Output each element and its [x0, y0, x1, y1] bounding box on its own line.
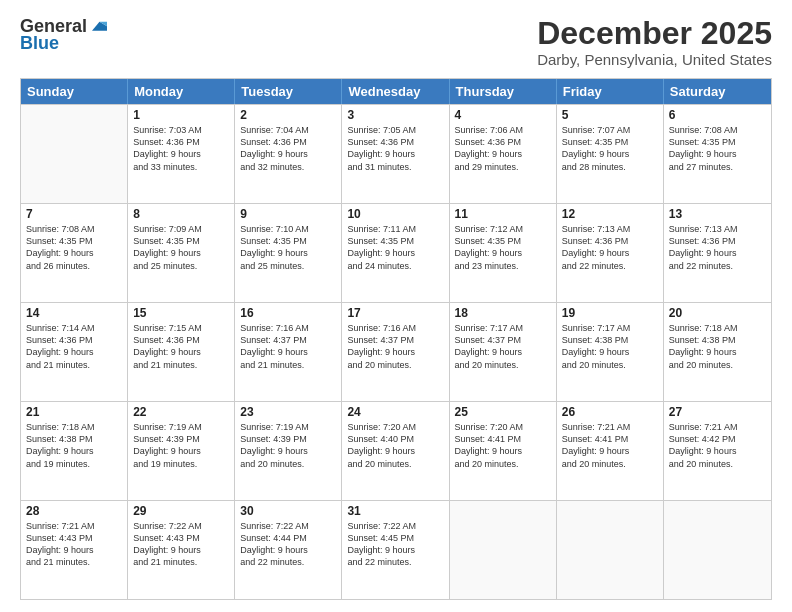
calendar-cell-0-5: 5Sunrise: 7:07 AMSunset: 4:35 PMDaylight…: [557, 105, 664, 203]
sunrise-text: Sunrise: 7:18 AM: [669, 322, 766, 334]
daylight-text: Daylight: 9 hours: [26, 544, 122, 556]
daylight-text2: and 31 minutes.: [347, 161, 443, 173]
calendar-cell-4-0: 28Sunrise: 7:21 AMSunset: 4:43 PMDayligh…: [21, 501, 128, 599]
daylight-text2: and 20 minutes.: [240, 458, 336, 470]
sunset-text: Sunset: 4:42 PM: [669, 433, 766, 445]
daylight-text: Daylight: 9 hours: [562, 346, 658, 358]
day-number: 11: [455, 207, 551, 221]
calendar-row-1: 7Sunrise: 7:08 AMSunset: 4:35 PMDaylight…: [21, 203, 771, 302]
sunrise-text: Sunrise: 7:04 AM: [240, 124, 336, 136]
sunset-text: Sunset: 4:37 PM: [240, 334, 336, 346]
header-sunday: Sunday: [21, 79, 128, 104]
daylight-text: Daylight: 9 hours: [133, 346, 229, 358]
daylight-text2: and 20 minutes.: [562, 458, 658, 470]
sunrise-text: Sunrise: 7:05 AM: [347, 124, 443, 136]
sunrise-text: Sunrise: 7:15 AM: [133, 322, 229, 334]
daylight-text2: and 21 minutes.: [26, 556, 122, 568]
daylight-text: Daylight: 9 hours: [240, 247, 336, 259]
daylight-text2: and 20 minutes.: [347, 458, 443, 470]
sunset-text: Sunset: 4:43 PM: [133, 532, 229, 544]
sunrise-text: Sunrise: 7:08 AM: [669, 124, 766, 136]
daylight-text2: and 33 minutes.: [133, 161, 229, 173]
daylight-text2: and 25 minutes.: [133, 260, 229, 272]
day-number: 3: [347, 108, 443, 122]
calendar-cell-2-5: 19Sunrise: 7:17 AMSunset: 4:38 PMDayligh…: [557, 303, 664, 401]
day-number: 23: [240, 405, 336, 419]
daylight-text: Daylight: 9 hours: [562, 445, 658, 457]
sunset-text: Sunset: 4:38 PM: [669, 334, 766, 346]
sunrise-text: Sunrise: 7:19 AM: [133, 421, 229, 433]
header-right: December 2025 Darby, Pennsylvania, Unite…: [537, 16, 772, 68]
sunset-text: Sunset: 4:41 PM: [455, 433, 551, 445]
day-number: 6: [669, 108, 766, 122]
sunset-text: Sunset: 4:39 PM: [240, 433, 336, 445]
daylight-text2: and 20 minutes.: [347, 359, 443, 371]
daylight-text: Daylight: 9 hours: [133, 544, 229, 556]
day-number: 18: [455, 306, 551, 320]
sunset-text: Sunset: 4:39 PM: [133, 433, 229, 445]
calendar-cell-1-4: 11Sunrise: 7:12 AMSunset: 4:35 PMDayligh…: [450, 204, 557, 302]
daylight-text2: and 21 minutes.: [133, 556, 229, 568]
calendar-cell-2-0: 14Sunrise: 7:14 AMSunset: 4:36 PMDayligh…: [21, 303, 128, 401]
day-number: 19: [562, 306, 658, 320]
calendar-cell-0-1: 1Sunrise: 7:03 AMSunset: 4:36 PMDaylight…: [128, 105, 235, 203]
day-number: 22: [133, 405, 229, 419]
daylight-text: Daylight: 9 hours: [347, 346, 443, 358]
day-number: 28: [26, 504, 122, 518]
daylight-text2: and 21 minutes.: [133, 359, 229, 371]
sunrise-text: Sunrise: 7:11 AM: [347, 223, 443, 235]
daylight-text: Daylight: 9 hours: [562, 148, 658, 160]
calendar-cell-1-3: 10Sunrise: 7:11 AMSunset: 4:35 PMDayligh…: [342, 204, 449, 302]
daylight-text: Daylight: 9 hours: [240, 544, 336, 556]
sunrise-text: Sunrise: 7:22 AM: [133, 520, 229, 532]
calendar-cell-1-1: 8Sunrise: 7:09 AMSunset: 4:35 PMDaylight…: [128, 204, 235, 302]
calendar-cell-0-3: 3Sunrise: 7:05 AMSunset: 4:36 PMDaylight…: [342, 105, 449, 203]
sunrise-text: Sunrise: 7:13 AM: [669, 223, 766, 235]
sunset-text: Sunset: 4:38 PM: [562, 334, 658, 346]
sunset-text: Sunset: 4:40 PM: [347, 433, 443, 445]
sunrise-text: Sunrise: 7:06 AM: [455, 124, 551, 136]
daylight-text2: and 22 minutes.: [669, 260, 766, 272]
daylight-text2: and 23 minutes.: [455, 260, 551, 272]
daylight-text2: and 20 minutes.: [669, 359, 766, 371]
sunset-text: Sunset: 4:37 PM: [455, 334, 551, 346]
header-monday: Monday: [128, 79, 235, 104]
sunset-text: Sunset: 4:36 PM: [133, 136, 229, 148]
sunrise-text: Sunrise: 7:22 AM: [240, 520, 336, 532]
day-number: 30: [240, 504, 336, 518]
daylight-text: Daylight: 9 hours: [669, 148, 766, 160]
daylight-text: Daylight: 9 hours: [240, 346, 336, 358]
calendar-row-3: 21Sunrise: 7:18 AMSunset: 4:38 PMDayligh…: [21, 401, 771, 500]
daylight-text2: and 25 minutes.: [240, 260, 336, 272]
calendar-cell-3-5: 26Sunrise: 7:21 AMSunset: 4:41 PMDayligh…: [557, 402, 664, 500]
page: General Blue December 2025 Darby, Pennsy…: [0, 0, 792, 612]
day-number: 13: [669, 207, 766, 221]
sunset-text: Sunset: 4:35 PM: [133, 235, 229, 247]
day-number: 16: [240, 306, 336, 320]
sunrise-text: Sunrise: 7:17 AM: [562, 322, 658, 334]
calendar: Sunday Monday Tuesday Wednesday Thursday…: [20, 78, 772, 600]
daylight-text2: and 32 minutes.: [240, 161, 336, 173]
day-number: 25: [455, 405, 551, 419]
logo-blue: Blue: [20, 33, 59, 54]
calendar-cell-1-6: 13Sunrise: 7:13 AMSunset: 4:36 PMDayligh…: [664, 204, 771, 302]
calendar-cell-3-3: 24Sunrise: 7:20 AMSunset: 4:40 PMDayligh…: [342, 402, 449, 500]
daylight-text2: and 22 minutes.: [240, 556, 336, 568]
header-friday: Friday: [557, 79, 664, 104]
calendar-cell-2-6: 20Sunrise: 7:18 AMSunset: 4:38 PMDayligh…: [664, 303, 771, 401]
sunset-text: Sunset: 4:36 PM: [240, 136, 336, 148]
sunset-text: Sunset: 4:45 PM: [347, 532, 443, 544]
daylight-text: Daylight: 9 hours: [455, 346, 551, 358]
header: General Blue December 2025 Darby, Pennsy…: [20, 16, 772, 68]
calendar-header: Sunday Monday Tuesday Wednesday Thursday…: [21, 79, 771, 104]
calendar-cell-1-5: 12Sunrise: 7:13 AMSunset: 4:36 PMDayligh…: [557, 204, 664, 302]
daylight-text2: and 19 minutes.: [133, 458, 229, 470]
day-number: 2: [240, 108, 336, 122]
calendar-cell-0-4: 4Sunrise: 7:06 AMSunset: 4:36 PMDaylight…: [450, 105, 557, 203]
daylight-text2: and 28 minutes.: [562, 161, 658, 173]
calendar-cell-3-2: 23Sunrise: 7:19 AMSunset: 4:39 PMDayligh…: [235, 402, 342, 500]
header-tuesday: Tuesday: [235, 79, 342, 104]
daylight-text2: and 29 minutes.: [455, 161, 551, 173]
header-wednesday: Wednesday: [342, 79, 449, 104]
sunset-text: Sunset: 4:36 PM: [347, 136, 443, 148]
